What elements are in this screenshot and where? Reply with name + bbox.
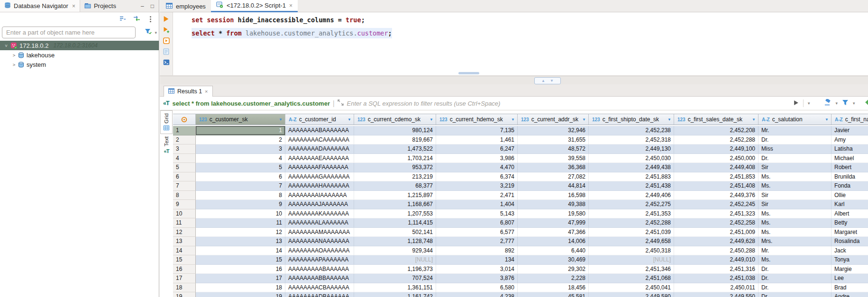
- maximize-icon[interactable]: □: [151, 3, 154, 9]
- grid-cell[interactable]: Margaret: [831, 228, 868, 237]
- grid-cell[interactable]: Rosalinda: [831, 237, 868, 246]
- grid-cell[interactable]: 2,451,039: [589, 228, 674, 237]
- grid-cell[interactable]: 45,581: [518, 292, 589, 297]
- erase-filter-icon[interactable]: [823, 99, 831, 108]
- tab-database-navigator[interactable]: Database Navigator ×: [0, 0, 80, 12]
- table-row[interactable]: 88AAAAAAAAIAAAAAAA1,215,8972,47116,5982,…: [173, 191, 868, 200]
- grid-cell[interactable]: 502,141: [354, 228, 436, 237]
- column-header-c_first_na[interactable]: A-Zc_first_na▼: [831, 114, 868, 125]
- grid-cell[interactable]: 1,168,667: [354, 200, 436, 209]
- grid-cell[interactable]: Sir: [758, 200, 831, 209]
- grid-cell[interactable]: 15: [196, 255, 285, 265]
- grid-cell[interactable]: Brad: [831, 283, 868, 293]
- grid-cell[interactable]: Ms.: [758, 172, 831, 182]
- grid-cell[interactable]: 14,006: [518, 237, 589, 246]
- grid-cell[interactable]: 4,238: [436, 292, 518, 297]
- grid-cell[interactable]: 1,361,151: [354, 283, 436, 293]
- grid-cell[interactable]: 6,374: [436, 172, 518, 182]
- grid-cell[interactable]: AAAAAAAAEAAAAAAA: [285, 154, 354, 163]
- grid-cell[interactable]: 2,450,000: [674, 154, 758, 163]
- sort-dropdown-icon[interactable]: ▼: [825, 117, 829, 122]
- execute-script-icon[interactable]: [163, 37, 170, 44]
- apply-filter-icon[interactable]: [794, 99, 799, 108]
- table-row[interactable]: 1010AAAAAAAAKAAAAAAA1,207,5535,14319,580…: [173, 209, 868, 219]
- row-number[interactable]: 14: [173, 246, 196, 256]
- grid-cell[interactable]: Betty: [831, 218, 868, 228]
- grid-cell[interactable]: AAAAAAAAMAAAAAAA: [285, 228, 354, 237]
- grid-cell[interactable]: 68,377: [354, 181, 436, 191]
- filter-funnel-check-icon[interactable]: [145, 28, 152, 37]
- grid-cell[interactable]: 29,302: [518, 265, 589, 274]
- close-icon[interactable]: ×: [72, 3, 75, 9]
- grid-cell[interactable]: Dr.: [758, 274, 831, 283]
- grid-cell[interactable]: 2,451,323: [674, 209, 758, 219]
- results-filter-bar[interactable]: «T select * from lakehouse.customer_anal…: [160, 97, 868, 110]
- grid-cell[interactable]: AAAAAAAABBAAAAAA: [285, 274, 354, 283]
- grid-cell[interactable]: 13: [196, 237, 285, 246]
- sql-line[interactable]: set session hide_inaccessible_columns = …: [192, 15, 392, 28]
- table-row[interactable]: 1515AAAAAAAAPAAAAAAA[NULL]13430,469[NULL…: [173, 255, 868, 265]
- grid-cell[interactable]: AAAAAAAAIAAAAAAA: [285, 191, 354, 200]
- chevron-down-icon[interactable]: ▾: [836, 101, 838, 106]
- chevron-down-icon[interactable]: ▾: [853, 101, 855, 106]
- grid-cell[interactable]: Amy: [831, 135, 868, 145]
- grid-cell[interactable]: 4,470: [436, 163, 518, 172]
- grid-cell[interactable]: Latisha: [831, 144, 868, 154]
- filter-history-icon[interactable]: ▾: [808, 101, 810, 106]
- grid-cell[interactable]: 2,451,408: [674, 181, 758, 191]
- minimize-icon[interactable]: –: [141, 3, 144, 9]
- grid-cell[interactable]: 2,451,853: [674, 172, 758, 182]
- grid-cell[interactable]: 1,114,415: [354, 218, 436, 228]
- grid-cell[interactable]: Ms.: [758, 218, 831, 228]
- grid-cell[interactable]: Karl: [831, 200, 868, 209]
- grid-cell[interactable]: AAAAAAAAJAAAAAAA: [285, 200, 354, 209]
- grid-cell[interactable]: 2,451,068: [589, 274, 674, 283]
- table-row[interactable]: 1717AAAAAAAABBAAAAAA707,5243,8762,2282,4…: [173, 274, 868, 283]
- row-number[interactable]: 5: [173, 163, 196, 172]
- grid-cell[interactable]: 14: [196, 246, 285, 256]
- grid-cell[interactable]: 2,450,011: [674, 283, 758, 293]
- link-with-editor-icon[interactable]: [133, 15, 140, 23]
- grid-cell[interactable]: 980,124: [354, 126, 436, 135]
- grid-cell[interactable]: 2,449,628: [674, 237, 758, 246]
- tree-item-lakehouse[interactable]: > lakehouse: [0, 50, 159, 60]
- grid-cell[interactable]: 819,667: [354, 135, 436, 145]
- grid-cell[interactable]: 2,452,288: [589, 218, 674, 228]
- grid-cell[interactable]: 2,449,130: [589, 144, 674, 154]
- grid-cell[interactable]: 44,814: [518, 181, 589, 191]
- grid-cell[interactable]: 6,577: [436, 228, 518, 237]
- grid-cell[interactable]: AAAAAAAAABAAAAAA: [285, 265, 354, 274]
- grid-cell[interactable]: 2,449,580: [589, 292, 674, 297]
- grid-cell[interactable]: Dr.: [758, 135, 831, 145]
- row-number[interactable]: 13: [173, 237, 196, 246]
- editor-results-sash[interactable]: ▲ ▼: [160, 76, 868, 84]
- grid-cell[interactable]: 5: [196, 163, 285, 172]
- row-number[interactable]: 15: [173, 255, 196, 265]
- grid-cell[interactable]: Ollie: [831, 191, 868, 200]
- grid-cell[interactable]: AAAAAAAADAAAAAAA: [285, 144, 354, 154]
- grid-cell[interactable]: Sir: [758, 163, 831, 172]
- expander-icon[interactable]: >: [11, 62, 17, 67]
- tab-text-view[interactable]: Text «T: [160, 134, 173, 156]
- sort-dropdown-icon[interactable]: ▼: [582, 117, 586, 122]
- grid-cell[interactable]: 2,777: [436, 237, 518, 246]
- grid-cell[interactable]: 2: [196, 135, 285, 145]
- column-header-c_current_addr_sk[interactable]: 123c_current_addr_sk▼: [518, 114, 589, 125]
- grid-cell[interactable]: 1: [196, 126, 285, 135]
- row-number[interactable]: 19: [173, 292, 196, 297]
- row-number[interactable]: 10: [173, 209, 196, 219]
- grid-cell[interactable]: 3,219: [436, 181, 518, 191]
- grid-cell[interactable]: AAAAAAAAGAAAAAAA: [285, 172, 354, 182]
- table-row[interactable]: 1313AAAAAAAANAAAAAAA1,128,7482,77714,006…: [173, 237, 868, 246]
- grid-cell[interactable]: 1,461: [436, 135, 518, 145]
- sql-code[interactable]: set session hide_inaccessible_columns = …: [192, 15, 392, 41]
- grid-cell[interactable]: 7,135: [436, 126, 518, 135]
- row-number[interactable]: 3: [173, 144, 196, 154]
- result-grid[interactable]: 123c_customer_sk▼A-Zc_customer_id▼123c_c…: [173, 110, 868, 297]
- grid-cell[interactable]: Ms.: [758, 209, 831, 219]
- tree-item-connection[interactable]: > 172.18.0.2 172.18.0.2:31604: [0, 41, 159, 50]
- grid-cell[interactable]: 2,449,658: [589, 237, 674, 246]
- grid-cell[interactable]: 18: [196, 283, 285, 293]
- grid-cell[interactable]: AAAAAAAAKAAAAAAA: [285, 209, 354, 219]
- column-header-c_salutation[interactable]: A-Zc_salutation▼: [758, 114, 831, 125]
